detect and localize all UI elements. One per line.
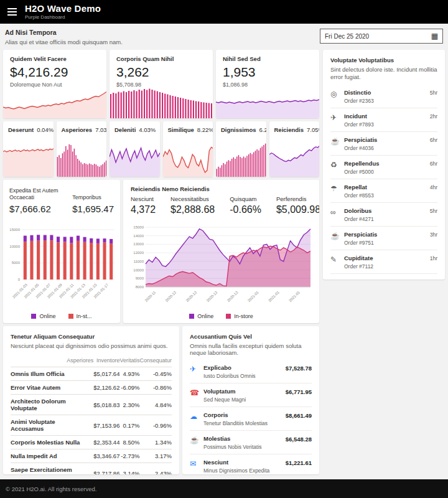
table-cell-inventore: $2,126.62 (93, 381, 119, 395)
stat-card-title: Nihil Sed Sed (223, 55, 312, 62)
chart-stat-label: Perferendis (276, 195, 319, 202)
table-cell-veritatis: 2.30% (119, 395, 139, 415)
order-item: ☕ Perspiciatis Order #4036 6hr (330, 132, 437, 156)
sale-item-name: Nesciunt (203, 459, 286, 466)
chart-stat-label: Expedita Est Autem Occaecati (9, 186, 62, 201)
chart-stat-label: Nesciunt (131, 195, 156, 202)
stats-table-card: Tenetur Aliquam Consequatur Nesciunt pla… (3, 326, 179, 474)
chart-stat-label: Quisquam (230, 195, 261, 202)
stat-card-title: Quidem Velit Facere (10, 55, 100, 62)
table-cell-consequatur: 1.34% (139, 436, 172, 449)
order-item-time: 5hr (430, 207, 437, 214)
table-cell-veritatis: -2.73% (119, 449, 139, 463)
order-item-name: Repellat (344, 184, 430, 190)
svg-text:11000: 11000 (134, 260, 144, 263)
legend-item: Online (189, 313, 213, 319)
chart-stat-value: $1,695.47 (72, 204, 114, 214)
table-cell-inventore: $5,018.83 (93, 395, 119, 415)
order-item: ✂ Voluptatibus Order #5060 3hr (330, 274, 437, 280)
table-cell-inventore: $2,717.86 (93, 463, 119, 475)
metric-card-value: 8.22% (197, 126, 213, 133)
legend-label: In-store (234, 313, 253, 319)
order-item-text: Perspiciatis Order #9751 (344, 231, 430, 246)
table-cell-name: Nulla Impedit Ad (11, 449, 93, 463)
order-item: ♻ Repellendus Order #5000 6hr (330, 156, 437, 179)
trend-chart-title: Reiciendis Nemo Reiciendis (131, 186, 312, 192)
order-item-time: 5hr (430, 89, 437, 96)
order-item-text: Repellat Order #8553 (344, 184, 430, 199)
sale-item-value: $6,771.95 (286, 388, 312, 395)
sale-item-caption: Sed Neque Magni (203, 397, 286, 403)
chart-stat-value: $5,009.98 (276, 204, 319, 215)
svg-text:2020-12: 2020-12 (226, 290, 239, 303)
order-item-number: Order #7112 (344, 263, 430, 270)
stat-card: Corporis Quam Nihil 3,262 $5,708.98 (110, 50, 213, 118)
sale-item-name: Explicabo (203, 364, 286, 371)
order-item-name: Incidunt (344, 113, 430, 120)
sparkline-chart (3, 87, 106, 118)
order-item-icon: ☕ (330, 231, 344, 240)
svg-text:14000: 14000 (133, 234, 144, 238)
table-cell-inventore: $5,017.64 (93, 367, 119, 381)
order-item: ☂ Repellat Order #8553 4hr (330, 179, 437, 203)
metric-card: Reiciendis 7.05% (269, 121, 320, 177)
chart-stat: Nesciunt 4,372 (131, 195, 156, 215)
table-row: Saepe Exercitationem Doloremque $2,717.8… (11, 463, 172, 475)
sale-item-name: Molestias (203, 435, 286, 442)
order-item-text: Distinctio Order #2363 (344, 89, 430, 104)
date-picker[interactable]: Fri Dec 25 2020 ▦ (320, 29, 443, 44)
main-column: Quidem Velit Facere $4,216.29 Doloremque… (3, 50, 319, 474)
trend-chart-stats: Nesciunt 4,372 Necessitatibus $2,888.68 … (123, 192, 319, 215)
order-item: ✈ Incidunt Order #7893 2hr (330, 108, 437, 132)
sale-item-value: $1,221.61 (286, 459, 312, 466)
sale-item-text: Explicabo Iusto Doloribus Omnis (203, 364, 286, 379)
stat-card-text: Corporis Quam Nihil 3,262 $5,708.98 (110, 50, 213, 88)
orders-card-title: Voluptate Voluptatibus (330, 57, 437, 63)
metric-card-text: Similique 8.22% (163, 121, 213, 133)
order-item-number: Order #7893 (344, 121, 430, 128)
sale-item-name: Voluptatum (203, 388, 286, 395)
metric-card-text: Deserunt 0.04% (3, 121, 54, 133)
sparkline-chart (110, 141, 160, 177)
order-item-number: Order #2363 (344, 98, 430, 104)
sale-item-value: $7,528.78 (286, 364, 312, 372)
sale-item-text: Corporis Tenetur Blanditiis Molestias (203, 411, 286, 426)
order-item-time: 2hr (430, 113, 437, 120)
sparkline-chart (57, 141, 107, 177)
table-cell-veritatis: 4.93% (119, 367, 139, 381)
hamburger-menu-icon[interactable] (6, 7, 18, 17)
calendar-icon: ▦ (431, 32, 438, 40)
order-item-time: 3hr (430, 231, 437, 238)
svg-text:13000: 13000 (133, 242, 144, 246)
metric-card-value: 6.22% (259, 126, 266, 133)
stat-card: Nihil Sed Sed 1,953 $1,086.98 (216, 50, 319, 118)
table-row: Corporis Molestias Nulla $2,353.44 8.50%… (11, 436, 172, 449)
table-cell-name: Error Vitae Autem (11, 381, 93, 395)
chart-stat: Expedita Est Autem Occaecati $7,666.62 (9, 186, 62, 214)
order-item-icon: ◎ (330, 89, 344, 98)
table-cell-consequatur: 4.84% (139, 395, 172, 415)
order-item-number: Order #4036 (344, 145, 430, 151)
metric-card-label: Deleniti (114, 126, 136, 133)
metric-card-label: Dignissimos (221, 126, 256, 133)
chart-stat-value: $7,666.62 (9, 204, 62, 214)
legend-swatch (189, 314, 194, 319)
chart-stat-value: 4,372 (131, 204, 156, 215)
svg-text:10000: 10000 (9, 245, 20, 248)
order-item-name: Repellendus (344, 160, 430, 167)
sale-item-icon: ☎ (190, 388, 203, 397)
sale-item-caption: Tenetur Blanditiis Molestias (203, 420, 286, 426)
metric-card: Dignissimos 6.22% (216, 121, 266, 177)
legend-label: Online (39, 313, 55, 319)
bottom-row: Tenetur Aliquam Consequatur Nesciunt pla… (3, 326, 319, 474)
order-item-time: 6hr (430, 160, 437, 167)
chart-legend: Online In-st... (3, 313, 120, 319)
sparkline-chart (163, 141, 213, 177)
svg-text:2020-12: 2020-12 (165, 290, 177, 303)
legend-swatch (226, 314, 231, 319)
metric-card: Similique 8.22% (163, 121, 213, 177)
table-cell-veritatis: 8.50% (119, 436, 139, 449)
sale-item-value: $6,548.28 (286, 435, 312, 443)
table-row: Architecto Dolorum Voluptate $5,018.83 2… (11, 395, 172, 415)
stat-card-title: Corporis Quam Nihil (116, 55, 206, 62)
